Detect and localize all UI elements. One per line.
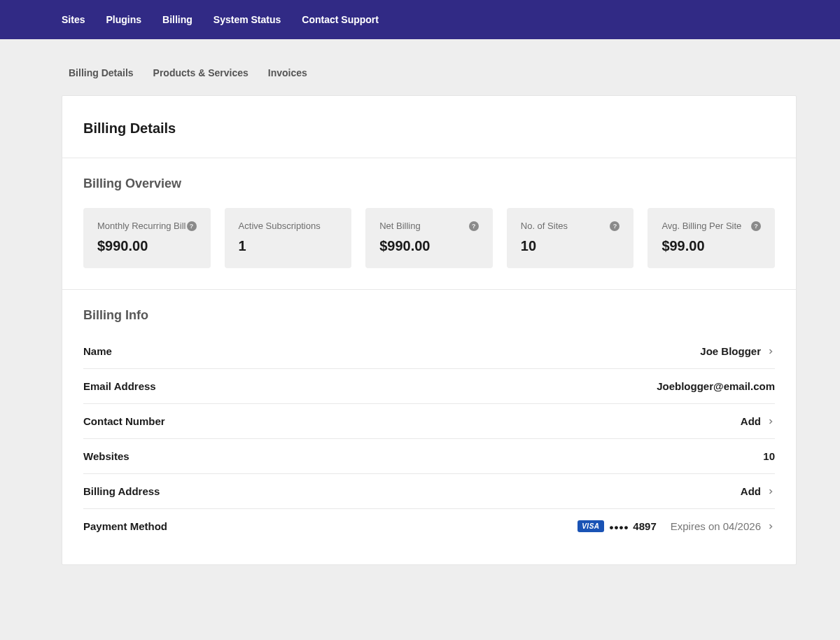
metric-net-billing: Net Billing ? $990.00 — [365, 208, 493, 268]
email-value: Joeblogger@email.com — [657, 380, 775, 392]
nav-system-status[interactable]: System Status — [214, 14, 281, 25]
visa-icon: VISA — [578, 520, 603, 532]
billing-info-list: Name Joe Blogger Email Address Joeblogge… — [83, 340, 775, 543]
top-nav: Sites Plugins Billing System Status Cont… — [0, 0, 840, 39]
card-last4: 4897 — [633, 520, 656, 532]
metric-sites: No. of Sites ? 10 — [507, 208, 634, 268]
chevron-right-icon — [766, 347, 775, 356]
nav-contact-support[interactable]: Contact Support — [302, 14, 379, 25]
chevron-right-icon — [766, 417, 775, 426]
help-icon[interactable]: ? — [751, 221, 761, 231]
metric-value: $99.00 — [662, 238, 761, 254]
info-label: Billing Address — [83, 485, 160, 497]
tab-billing-details[interactable]: Billing Details — [69, 67, 134, 78]
metric-value: 1 — [239, 238, 338, 254]
metric-label: Monthly Recurring Bill — [97, 221, 186, 231]
tab-products-services[interactable]: Products & Services — [153, 67, 248, 78]
websites-value: 10 — [763, 450, 775, 462]
metric-label: Active Subscriptions — [239, 221, 321, 231]
metric-label: Avg. Billing Per Site — [662, 221, 741, 231]
chevron-right-icon — [766, 522, 775, 531]
page-title: Billing Details — [83, 120, 775, 137]
add-contact-button[interactable]: Add — [741, 415, 761, 427]
metric-value: $990.00 — [379, 238, 479, 254]
billing-overview-section: Billing Overview Monthly Recurring Bill … — [62, 158, 796, 290]
metric-value: $990.00 — [97, 238, 197, 254]
billing-card: Billing Details Billing Overview Monthly… — [62, 95, 797, 565]
info-row-email: Email Address Joeblogger@email.com — [83, 369, 775, 404]
help-icon[interactable]: ? — [187, 221, 197, 231]
add-address-button[interactable]: Add — [741, 485, 761, 497]
help-icon[interactable]: ? — [610, 221, 620, 231]
help-icon[interactable]: ? — [469, 221, 479, 231]
info-row-name[interactable]: Name Joe Blogger — [83, 340, 775, 369]
metric-avg-billing: Avg. Billing Per Site ? $99.00 — [648, 208, 775, 268]
metric-value: 10 — [521, 238, 620, 254]
tab-invoices[interactable]: Invoices — [268, 67, 307, 78]
billing-overview-title: Billing Overview — [83, 176, 775, 191]
metric-label: No. of Sites — [521, 221, 568, 231]
card-mask: •••• — [610, 522, 629, 534]
card-expiry: Expires on 04/2026 — [671, 520, 761, 532]
info-label: Websites — [83, 450, 130, 462]
metric-cards-row: Monthly Recurring Bill ? $990.00 Active … — [83, 208, 775, 268]
info-row-billing-address[interactable]: Billing Address Add — [83, 474, 775, 509]
name-value: Joe Blogger — [700, 345, 761, 357]
metric-monthly-recurring: Monthly Recurring Bill ? $990.00 — [83, 208, 211, 268]
info-label: Name — [83, 345, 112, 357]
chevron-right-icon — [766, 487, 775, 496]
billing-info-title: Billing Info — [83, 308, 775, 323]
nav-plugins[interactable]: Plugins — [106, 14, 141, 25]
info-row-websites: Websites 10 — [83, 439, 775, 474]
billing-details-header: Billing Details — [62, 96, 796, 158]
info-label: Email Address — [83, 380, 156, 392]
info-row-payment-method[interactable]: Payment Method VISA •••• 4897 Expires on… — [83, 509, 775, 543]
info-row-contact[interactable]: Contact Number Add — [83, 404, 775, 439]
metric-label: Net Billing — [379, 221, 421, 231]
info-label: Contact Number — [83, 415, 165, 427]
billing-info-section: Billing Info Name Joe Blogger Email Addr… — [62, 290, 796, 564]
nav-sites[interactable]: Sites — [62, 14, 85, 25]
nav-billing[interactable]: Billing — [162, 14, 192, 25]
info-label: Payment Method — [83, 520, 167, 532]
sub-nav: Billing Details Products & Services Invo… — [0, 39, 840, 95]
metric-active-subscriptions: Active Subscriptions 1 — [225, 208, 352, 268]
